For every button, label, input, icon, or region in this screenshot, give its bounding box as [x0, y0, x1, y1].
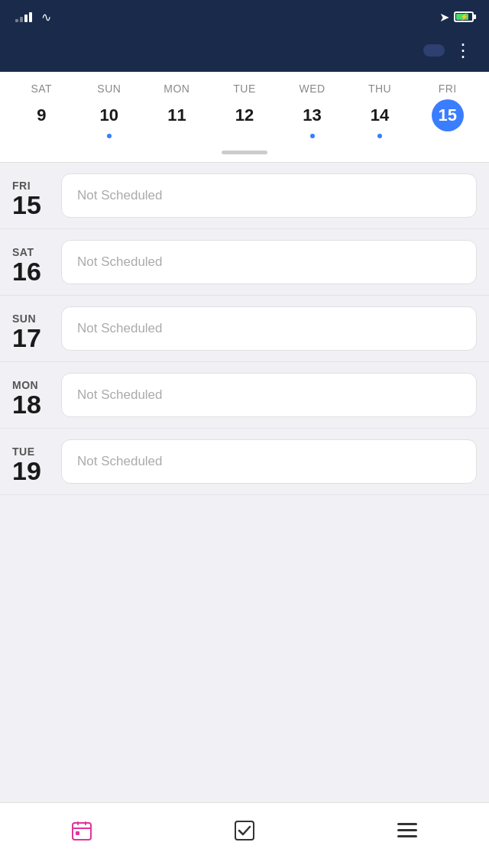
- day-col-fri[interactable]: FRI15: [417, 83, 478, 138]
- tab-bar: [0, 802, 489, 868]
- day-number: 15: [432, 99, 464, 131]
- schedule-card[interactable]: Not Scheduled: [61, 306, 477, 351]
- day-name: FRI: [439, 83, 457, 95]
- schedule-status: Not Scheduled: [77, 454, 163, 468]
- schedule-status: Not Scheduled: [77, 321, 163, 335]
- scroll-pill: [222, 151, 267, 154]
- day-number: 14: [364, 99, 396, 131]
- date-label: MON18: [12, 373, 50, 417]
- svg-rect-1: [73, 828, 91, 829]
- scroll-indicator: [8, 144, 481, 162]
- tab-menu[interactable]: [381, 815, 434, 850]
- svg-rect-0: [73, 823, 91, 840]
- day-name: MON: [164, 83, 189, 95]
- svg-rect-4: [76, 831, 79, 835]
- day-number: 11: [160, 99, 193, 131]
- tab-schedule[interactable]: [55, 815, 108, 850]
- date-day-number: 17: [12, 325, 41, 351]
- wifi-icon: ∿: [41, 10, 51, 24]
- schedule-card[interactable]: Not Scheduled: [61, 373, 477, 417]
- day-name: THU: [368, 83, 391, 95]
- schedule-card[interactable]: Not Scheduled: [61, 173, 477, 218]
- status-right: ➤ ⚡: [439, 10, 474, 24]
- schedule-card[interactable]: Not Scheduled: [61, 439, 477, 484]
- schedule-section-tue19: TUE19Not Scheduled: [0, 429, 489, 495]
- schedule-card[interactable]: Not Scheduled: [61, 240, 477, 284]
- status-left: ∿: [15, 10, 51, 24]
- time-format-button[interactable]: [423, 44, 445, 57]
- day-number: 13: [296, 99, 329, 131]
- day-name: SAT: [31, 83, 52, 95]
- actions-icon: [233, 819, 256, 842]
- day-headers: SAT9SUN10MON11TUE12WED13THU14FRI15: [8, 83, 481, 138]
- date-label: SAT16: [12, 240, 50, 284]
- day-col-mon[interactable]: MON11: [146, 83, 207, 138]
- more-options-button[interactable]: ⋮: [454, 41, 474, 60]
- week-calendar: SAT9SUN10MON11TUE12WED13THU14FRI15: [0, 72, 489, 163]
- date-day-number: 15: [12, 192, 41, 218]
- day-number: 10: [93, 99, 125, 131]
- date-day-number: 16: [12, 258, 41, 284]
- svg-rect-5: [235, 821, 254, 840]
- day-col-tue[interactable]: TUE12: [214, 83, 275, 138]
- schedule-section-sun17: SUN17Not Scheduled: [0, 296, 489, 362]
- day-col-sun[interactable]: SUN10: [79, 83, 140, 138]
- day-col-sat[interactable]: SAT9: [11, 83, 72, 138]
- battery-icon: ⚡: [454, 11, 474, 22]
- date-label: TUE19: [12, 439, 50, 484]
- day-event-dot: [377, 134, 382, 138]
- day-name: SUN: [97, 83, 121, 95]
- tab-actions[interactable]: [218, 815, 271, 850]
- day-col-wed[interactable]: WED13: [282, 83, 343, 138]
- date-day-number: 19: [12, 458, 41, 484]
- schedule-status: Not Scheduled: [77, 254, 163, 269]
- date-label: SUN17: [12, 306, 50, 351]
- signal-bars: [15, 12, 32, 22]
- charging-icon: ⚡: [460, 13, 468, 21]
- date-label: FRI15: [12, 173, 50, 218]
- schedule-section-sat16: SAT16Not Scheduled: [0, 229, 489, 296]
- day-event-dot: [107, 134, 112, 138]
- schedule-icon: [70, 819, 93, 842]
- header: ⋮: [0, 34, 489, 72]
- status-bar: ∿ ➤ ⚡: [0, 0, 489, 34]
- schedule-list: FRI15Not ScheduledSAT16Not ScheduledSUN1…: [0, 163, 489, 564]
- day-event-dot: [310, 134, 315, 138]
- day-name: WED: [299, 83, 325, 95]
- schedule-section-fri15: FRI15Not Scheduled: [0, 163, 489, 229]
- date-day-number: 18: [12, 391, 41, 417]
- svg-rect-3: [85, 821, 86, 825]
- svg-rect-2: [77, 821, 79, 825]
- day-number: 12: [228, 99, 261, 131]
- header-controls: ⋮: [423, 41, 474, 60]
- location-icon: ➤: [439, 10, 449, 24]
- day-col-thu[interactable]: THU14: [349, 83, 410, 138]
- schedule-section-mon18: MON18Not Scheduled: [0, 362, 489, 429]
- menu-icon: [396, 819, 419, 842]
- day-number: 9: [25, 99, 57, 131]
- day-name: TUE: [233, 83, 256, 95]
- schedule-status: Not Scheduled: [77, 387, 163, 402]
- schedule-status: Not Scheduled: [77, 188, 163, 202]
